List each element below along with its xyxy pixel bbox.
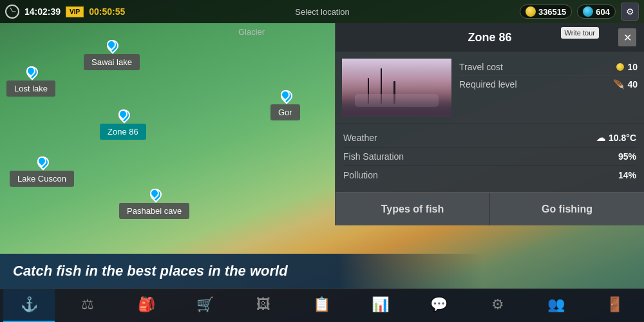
nav-gear[interactable]: ⚙ [472, 289, 524, 323]
pin-label-gor[interactable]: Gor [270, 104, 300, 120]
bag-icon: 🎒 [138, 296, 155, 313]
pin-label-cuscon[interactable]: Lake Cuscon [10, 171, 74, 187]
location-pin-cuscon[interactable]: Lake Cuscon [10, 156, 74, 187]
pin-label-zone86[interactable]: Zone 86 [100, 124, 146, 140]
pin-marker-lost [25, 66, 37, 80]
nav-stats[interactable]: 📊 [355, 289, 406, 323]
shop-icon: 🛒 [196, 296, 214, 313]
settings-button[interactable]: ⚙ [621, 3, 639, 21]
bottom-banner: Catch fish in the best places in the wor… [0, 254, 483, 289]
nav-shop[interactable]: 🛒 [179, 289, 231, 323]
gear-nav-icon: ⚙ [491, 296, 504, 313]
required-level-value: 🪶 40 [613, 79, 638, 90]
pin-marker-cuscon [36, 156, 48, 171]
travel-cost-label: Travel cost [459, 62, 503, 72]
vip-badge: VIP [66, 6, 84, 17]
tooltip-bubble: Write tour [561, 27, 599, 39]
coins-display: 336515 [520, 5, 572, 19]
exit-icon: 🚪 [606, 296, 623, 313]
gallery-icon: 🖼 [256, 296, 270, 313]
nav-exit[interactable]: 🚪 [589, 289, 641, 323]
top-bar: 14:02:39 VIP 00:50:55 Select location 33… [0, 0, 644, 23]
nav-bag[interactable]: 🎒 [120, 289, 172, 323]
friends-icon: 👥 [547, 296, 565, 313]
nav-balance[interactable]: ⚖ [62, 289, 113, 323]
glacier-label: Glacier [238, 27, 265, 37]
required-level-label: Required level [459, 79, 517, 90]
nav-tasks[interactable]: 📋 [296, 289, 348, 323]
nav-friends[interactable]: 👥 [531, 289, 582, 323]
zone-buttons: Types of fish Go fishing [336, 192, 644, 225]
bottom-nav: ⚓ ⚖ 🎒 🛒 🖼 📋 📊 💬 ⚙ 👥 🚪 [0, 289, 644, 322]
pin-marker-sawai [106, 40, 117, 54]
gem-icon [583, 6, 593, 17]
pollution-label: Pollution [343, 170, 378, 180]
location-pin-sawai[interactable]: Sawai lake [84, 40, 140, 70]
location-pin-lost[interactable]: Lost lake [6, 66, 55, 97]
fish-saturation-row: Fish Saturation 95% [343, 147, 636, 166]
select-location-label: Select location [295, 7, 350, 17]
pin-label-sawai[interactable]: Sawai lake [84, 54, 140, 70]
balance-icon: ⚖ [81, 296, 94, 313]
required-level-row: Required level 🪶 40 [459, 76, 638, 93]
pin-marker-pashabei [149, 189, 160, 203]
zone-image [342, 59, 451, 117]
fishing-icon: ⚓ [21, 296, 38, 313]
small-coin-icon [616, 63, 624, 71]
zone-content: Travel cost 10 Required level 🪶 40 [336, 52, 644, 123]
go-fishing-button[interactable]: Go fishing [490, 193, 644, 225]
nav-gallery[interactable]: 🖼 [238, 289, 289, 323]
coin-icon [526, 6, 536, 17]
nav-fishing[interactable]: ⚓ [3, 289, 55, 323]
zone-image-overlay [342, 97, 451, 117]
pin-marker-gor [279, 90, 291, 104]
clock-icon [5, 5, 19, 19]
weather-value: ☁ 10.8°C [596, 133, 636, 143]
pin-label-lost[interactable]: Lost lake [6, 80, 55, 97]
zone-details: Weather ☁ 10.8°C Fish Saturation 95% Pol… [336, 123, 644, 189]
location-pin-zone86[interactable]: Zone 86 [100, 109, 146, 140]
fish-saturation-value: 95% [618, 151, 636, 162]
pollution-row: Pollution 14% [343, 166, 636, 184]
tasks-icon: 📋 [313, 296, 330, 313]
pollution-value: 14% [618, 170, 636, 180]
timer-display: 00:50:55 [89, 6, 125, 17]
types-of-fish-button[interactable]: Types of fish [336, 193, 490, 225]
travel-cost-value: 10 [616, 62, 638, 72]
time-display: 14:02:39 [24, 6, 61, 17]
nav-chat[interactable]: 💬 [413, 289, 465, 323]
gems-display: 604 [577, 5, 616, 19]
location-pin-pashabei[interactable]: Pashabei cave [119, 189, 189, 219]
weather-row: Weather ☁ 10.8°C [343, 129, 636, 147]
pin-marker-zone86 [117, 109, 129, 124]
stats-icon: 📊 [372, 296, 389, 313]
weather-label: Weather [343, 133, 377, 143]
zone-panel: Zone 86 ✕ Travel cost 10 Required level [335, 23, 644, 225]
fish-saturation-label: Fish Saturation [343, 151, 404, 162]
zone-stats: Travel cost 10 Required level 🪶 40 [459, 59, 638, 117]
travel-cost-row: Travel cost 10 [459, 59, 638, 76]
close-button[interactable]: ✕ [618, 28, 636, 46]
location-pin-gor[interactable]: Gor [270, 90, 300, 120]
gems-value: 604 [596, 7, 610, 17]
banner-text: Catch fish in the best places in the wor… [13, 263, 288, 279]
coins-value: 336515 [538, 7, 566, 17]
feather-icon: 🪶 [613, 79, 624, 90]
cloud-icon: ☁ [596, 133, 605, 143]
settings-icon: ⚙ [626, 6, 634, 17]
chat-icon: 💬 [430, 296, 448, 313]
pin-label-pashabei[interactable]: Pashabei cave [119, 203, 189, 219]
